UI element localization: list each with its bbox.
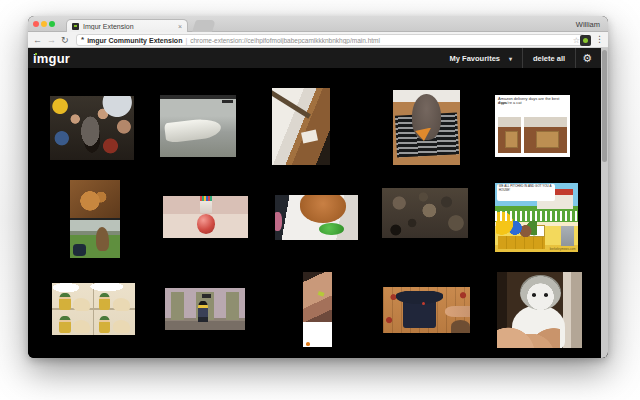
imgur-logo[interactable]: imgur [33, 51, 70, 66]
speech-bubble: WE ALL PITCHED IN AND GOT YOU A HOUSE! [497, 184, 555, 201]
tab-imgur-extension[interactable]: Imgur Extension × [66, 19, 188, 32]
browser-window: Imgur Extension × William ← → ↻ * imgur … [28, 16, 608, 358]
forward-icon[interactable]: → [47, 33, 56, 47]
back-icon[interactable]: ← [33, 33, 42, 47]
gallery-item-bw-boat[interactable] [160, 95, 236, 157]
imgur-extension-favicon [72, 23, 79, 30]
new-tab-button[interactable] [192, 20, 216, 32]
chevron-down-icon: ▾ [509, 55, 512, 62]
fridge-shape [561, 226, 574, 245]
cartoon-characters-shapes [496, 202, 538, 249]
gallery-item-red-ball-render[interactable] [163, 196, 248, 238]
door-sign-shape [202, 294, 212, 299]
my-favourites-dropdown[interactable]: My Favourites ▾ [440, 48, 522, 68]
comic-panel [54, 312, 92, 334]
red-ball-shape [197, 214, 215, 233]
fingers-shape [497, 325, 560, 348]
url-extension-name: imgur Community Extension [87, 37, 182, 44]
pencil-cup-shape [200, 200, 213, 213]
walking-man-shape [198, 301, 208, 322]
green-toy-shape [319, 223, 344, 236]
reload-icon[interactable]: ↻ [61, 33, 69, 47]
delete-all-label: delete all [533, 54, 565, 63]
cat-shape [300, 195, 346, 223]
url-path: chrome-extension://ceihpifofmoijbabepcam… [190, 37, 570, 44]
meme-caption: Amazon delivery days are the best days i… [498, 97, 569, 102]
gallery-item-dirt-ground[interactable] [382, 188, 468, 238]
my-favourites-label: My Favourites [450, 54, 500, 63]
gallery-item-navy-polo[interactable] [383, 287, 470, 333]
url-separator: | [185, 37, 187, 44]
gallery-item-leg-scratch[interactable] [303, 272, 332, 347]
minimize-window-button[interactable] [41, 21, 47, 27]
browser-menu-icon[interactable]: ⋮ [595, 34, 604, 44]
header-actions: My Favourites ▾ delete all ⚙ [440, 48, 598, 68]
gallery-item-folded-ear-cat[interactable] [497, 272, 582, 348]
gallery-item-sesame-house-comic[interactable]: WE ALL PITCHED IN AND GOT YOU A HOUSE! b… [495, 183, 578, 252]
gallery-item-hallway-stairs[interactable] [272, 88, 330, 165]
tab-close-icon[interactable]: × [178, 23, 182, 30]
gallery-item-cartoon-hallway[interactable] [165, 288, 245, 330]
gallery-item-frog-and-trex[interactable] [70, 180, 120, 258]
bookmark-star-icon[interactable]: ☆ [573, 36, 580, 45]
gear-icon: ⚙ [582, 52, 592, 65]
frog-photo [70, 180, 120, 218]
gallery-item-amazon-cat-meme[interactable]: Amazon delivery days are the best days i… [495, 95, 570, 157]
cat-head-shape [520, 275, 561, 310]
tab-title: Imgur Extension [83, 23, 174, 30]
imgur-extension-toolbar-icon[interactable] [580, 35, 591, 46]
hair-shape [451, 320, 470, 333]
leg-shape [303, 272, 332, 322]
polo-shirt-shape [403, 291, 436, 329]
tab-strip: Imgur Extension × William [28, 16, 608, 32]
comic-panel [54, 289, 92, 311]
trex-photo [70, 220, 120, 258]
arm-shape [445, 306, 470, 317]
gallery-grid: Amazon delivery days are the best days i… [28, 69, 608, 358]
extension-page-icon: * [81, 35, 84, 45]
close-window-button[interactable] [33, 21, 39, 27]
couch-photo-left [498, 117, 521, 153]
delete-all-button[interactable]: delete all [523, 48, 575, 68]
comic-panel [94, 312, 132, 334]
couch-photo-right [524, 117, 568, 153]
browser-toolbar: ← → ↻ * imgur Community Extension | chro… [28, 32, 608, 48]
profile-name[interactable]: William [576, 20, 600, 29]
page-scrollbar[interactable] [601, 48, 608, 358]
comic-panel [94, 289, 132, 311]
settings-gear-button[interactable]: ⚙ [576, 48, 598, 68]
orange-dot-shape [306, 342, 310, 346]
comic-watermark: berkeleymews.com [550, 247, 576, 251]
page-header: imgur My Favourites ▾ delete all ⚙ [28, 48, 608, 69]
meme-caption-line2: if you're a cat [498, 101, 522, 106]
gallery-item-dog-pizza[interactable] [393, 90, 460, 165]
scrollbar-thumb[interactable] [602, 50, 607, 162]
gallery-item-cat-green-toy[interactable] [275, 195, 358, 240]
gallery-item-dog-training-comic[interactable] [52, 283, 135, 335]
address-bar[interactable]: * imgur Community Extension | chrome-ext… [76, 34, 585, 46]
gallery-item-crowd-cosplay[interactable] [50, 96, 134, 160]
zoom-window-button[interactable] [49, 21, 55, 27]
